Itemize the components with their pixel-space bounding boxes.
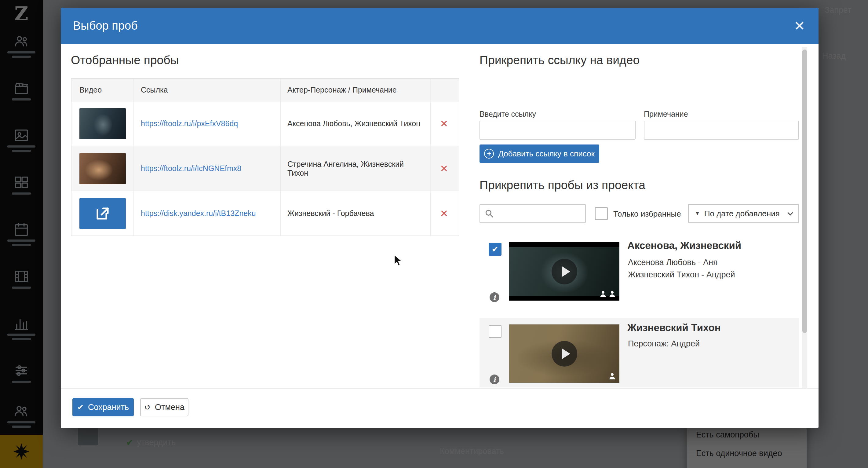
video-thumbnail[interactable]	[80, 108, 126, 139]
scrollbar-track[interactable]	[802, 47, 807, 388]
actor-note: Жизневский - Горбачева	[281, 191, 431, 236]
audition-line: Аксенова Любовь - Аня	[628, 258, 718, 267]
cancel-button[interactable]: ↺ Отмена	[140, 398, 188, 416]
audition-line: Персонаж: Андрей	[628, 339, 700, 348]
video-link[interactable]: https://disk.yandex.ru/i/tB13Zneku	[141, 209, 256, 218]
save-button[interactable]: ✔ Сохранить	[72, 398, 134, 416]
screen: Z	[0, 0, 868, 468]
attach-link-heading: Прикрепить ссылку на видео	[479, 54, 640, 67]
single-video-icon	[608, 372, 616, 380]
search-icon	[485, 209, 494, 218]
sort-caret-icon: ▼	[695, 211, 700, 217]
audition-video-thumbnail[interactable]	[509, 242, 619, 301]
select-auditions-modal: Выбор проб ✕ Отобранные пробы Видео Ссыл…	[61, 8, 818, 428]
search-box	[479, 204, 586, 223]
actor-note: Стречина Ангелина, Жизневский Тихон	[281, 146, 431, 191]
info-icon[interactable]: i	[490, 375, 499, 384]
url-input[interactable]	[479, 121, 636, 139]
audition-title: Аксенова, Жизневский	[627, 240, 741, 251]
table-row: https://ftoolz.ru/i/pxEfxV86dq Аксенова …	[71, 101, 459, 146]
selected-auditions-heading: Отобранные пробы	[71, 54, 179, 67]
chevron-down-icon	[787, 210, 793, 215]
modal-footer: ✔ Сохранить ↺ Отмена	[61, 388, 818, 428]
selected-auditions-pane: Отобранные пробы Видео Ссылка Актер-Перс…	[71, 44, 459, 388]
close-icon[interactable]: ✕	[794, 19, 805, 33]
item-checkbox[interactable]: ✔	[489, 243, 501, 256]
actor-note: Аксенова Любовь, Жизневский Тихон	[281, 101, 431, 146]
col-link: Ссылка	[134, 79, 281, 101]
search-input[interactable]	[479, 204, 586, 223]
plus-icon: +	[484, 149, 494, 159]
info-icon[interactable]: i	[490, 292, 499, 302]
play-icon[interactable]	[552, 341, 577, 367]
scrollbar-thumb[interactable]	[802, 50, 807, 333]
delete-row-icon[interactable]: ✕	[440, 163, 448, 175]
undo-icon: ↺	[144, 403, 151, 412]
audition-title: Жизневский Тихон	[627, 322, 721, 334]
favorites-label: Только избранные	[613, 209, 681, 219]
table-row: https://ftoolz.ru/i/IcNGNEfmx8 Стречина …	[71, 146, 459, 191]
selected-auditions-table: Видео Ссылка Актер-Персонаж / Примечание…	[71, 78, 459, 236]
modal-header: Выбор проб ✕	[61, 8, 818, 44]
play-icon[interactable]	[552, 259, 577, 284]
favorites-checkbox[interactable]	[595, 207, 608, 220]
video-thumbnail[interactable]	[80, 153, 126, 184]
col-actions	[431, 79, 458, 101]
delete-row-icon[interactable]: ✕	[440, 208, 448, 219]
add-link-button[interactable]: + Добавить ссылку в список	[479, 145, 599, 163]
audition-line: Жизневский Тихон - Андрей	[628, 270, 735, 280]
mouse-cursor	[394, 254, 406, 269]
table-row: https://disk.yandex.ru/i/tB13Zneku Жизне…	[71, 191, 459, 236]
note-label: Примечание	[644, 110, 688, 119]
pair-video-icon	[599, 290, 616, 298]
attach-project-heading: Прикрепить пробы из проекта	[479, 178, 645, 192]
modal-body: Отобранные пробы Видео Ссылка Актер-Перс…	[61, 44, 818, 388]
audition-video-thumbnail[interactable]	[509, 324, 619, 383]
sort-dropdown[interactable]: ▼ По дате добавления	[688, 204, 799, 223]
project-audition-item: ✔ Аксенова, Жизневский Аксенова Любовь -…	[479, 236, 799, 308]
video-link[interactable]: https://ftoolz.ru/i/pxEfxV86dq	[141, 119, 238, 128]
video-link[interactable]: https://ftoolz.ru/i/IcNGNEfmx8	[141, 164, 241, 173]
modal-title: Выбор проб	[73, 19, 138, 32]
external-link-icon[interactable]	[80, 198, 126, 229]
attach-pane: Прикрепить ссылку на видео Введите ссылк…	[479, 44, 799, 388]
table-header-row: Видео Ссылка Актер-Персонаж / Примечание	[71, 79, 459, 101]
col-note: Актер-Персонаж / Примечание	[281, 79, 431, 101]
check-icon: ✔	[77, 403, 84, 412]
note-input[interactable]	[644, 121, 799, 139]
delete-row-icon[interactable]: ✕	[440, 118, 448, 129]
item-checkbox[interactable]	[489, 325, 501, 338]
col-video: Видео	[71, 79, 134, 101]
project-audition-item: Жизневский Тихон Персонаж: Андрей i	[479, 318, 799, 387]
url-label: Введите ссылку	[479, 110, 536, 119]
